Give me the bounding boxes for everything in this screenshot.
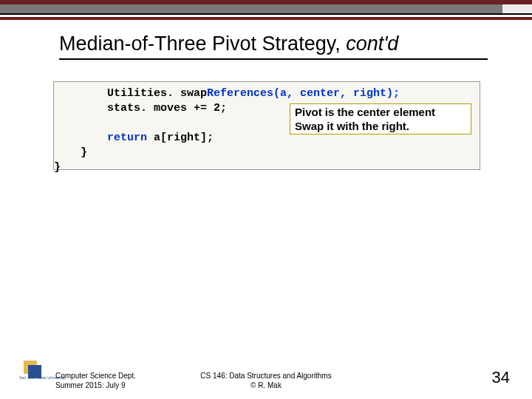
top-right-notch	[502, 4, 532, 13]
slide-title: Median-of-Three Pivot Strategy, cont'd	[59, 33, 488, 60]
code-line-4a	[54, 132, 107, 144]
annotation-line-1: Pivot is the center element	[295, 105, 466, 119]
code-line-2: stats. moves += 2;	[54, 102, 227, 115]
code-line-4b: return	[107, 132, 147, 144]
footer: San Jose State University Computer Scien…	[0, 361, 532, 390]
footer-copyright: © R. Mak	[0, 381, 532, 390]
footer-center: CS 146: Data Structures and Algorithms ©…	[0, 371, 532, 390]
title-italic: cont'd	[346, 33, 398, 55]
code-line-5: }	[54, 146, 87, 159]
page-number: 34	[492, 368, 510, 387]
code-line-1b: References(a, center, right);	[207, 87, 400, 100]
title-main: Median-of-Three Pivot Strategy,	[59, 33, 346, 55]
footer-course: CS 146: Data Structures and Algorithms	[0, 371, 532, 381]
top-gray-band	[0, 4, 532, 15]
code-line-4c: a[right];	[147, 132, 214, 144]
second-maroon-band	[0, 17, 532, 20]
annotation-box: Pivot is the center element Swap it with…	[290, 103, 471, 134]
code-line-1a: Utilities. swap	[54, 87, 207, 100]
annotation-line-2: Swap it with the right.	[295, 119, 466, 133]
code-line-6: }	[54, 161, 61, 174]
